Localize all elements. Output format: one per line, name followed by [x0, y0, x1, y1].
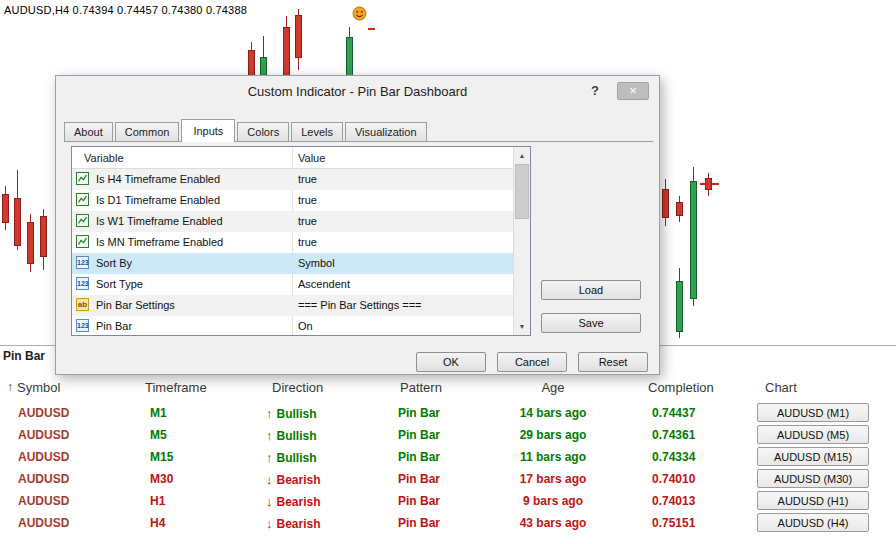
- direction-label: Bearish: [277, 495, 321, 509]
- tab-common[interactable]: Common: [115, 122, 180, 141]
- direction-arrow-icon: ↓: [266, 472, 273, 487]
- timeframe-cell: M5: [150, 428, 167, 442]
- direction-arrow-icon: ↑: [266, 450, 273, 465]
- indicator-dialog: Custom Indicator - Pin Bar Dashboard ? ×…: [55, 75, 660, 375]
- tab-inputs[interactable]: Inputs: [181, 119, 235, 142]
- open-chart-button[interactable]: AUDUSD (M15): [757, 447, 869, 466]
- symbol-cell: AUDUSD: [18, 494, 69, 508]
- chart-param-icon: [76, 172, 89, 185]
- completion-cell: 0.75151: [652, 516, 695, 530]
- input-row[interactable]: 123Sort TypeAscendent: [72, 274, 513, 295]
- open-chart-button[interactable]: AUDUSD (M1): [757, 403, 869, 422]
- help-button[interactable]: ?: [585, 83, 605, 98]
- candle-body: [676, 281, 683, 332]
- open-chart-button[interactable]: AUDUSD (H4): [757, 513, 869, 532]
- age-cell: 43 bars ago: [498, 516, 608, 530]
- tab-levels[interactable]: Levels: [291, 122, 343, 141]
- tab-about[interactable]: About: [64, 122, 113, 141]
- scrollbar[interactable]: ▲ ▼: [513, 147, 530, 335]
- pinbar-dashboard-panel: ↑ Symbol Timeframe Direction Pattern Age…: [0, 376, 896, 534]
- reset-button[interactable]: Reset: [578, 352, 648, 372]
- candle-body: [690, 181, 697, 299]
- variable-name: Is D1 Timeframe Enabled: [96, 194, 220, 206]
- direction-arrow-icon: ↑: [266, 406, 273, 421]
- age-cell: 9 bars ago: [498, 494, 608, 508]
- variable-value[interactable]: On: [298, 320, 313, 332]
- value-column-header: Value: [298, 152, 325, 164]
- dashboard-row: AUDUSDM30↓BearishPin Bar17 bars ago0.740…: [0, 468, 896, 490]
- input-row[interactable]: abPin Bar Settings=== Pin Bar Settings =…: [72, 295, 513, 316]
- variable-name: Pin Bar Settings: [96, 299, 175, 311]
- open-chart-button[interactable]: AUDUSD (H1): [757, 491, 869, 510]
- timeframe-cell: M30: [150, 472, 173, 486]
- input-row[interactable]: Is D1 Timeframe Enabledtrue: [72, 190, 513, 211]
- variable-value[interactable]: true: [298, 194, 317, 206]
- age-cell: 29 bars ago: [498, 428, 608, 442]
- candle-body: [260, 57, 267, 76]
- scrollbar-thumb[interactable]: [515, 164, 529, 219]
- direction-cell: ↓Bearish: [266, 516, 321, 531]
- open-chart-button[interactable]: AUDUSD (M30): [757, 469, 869, 488]
- text-param-icon: ab: [76, 298, 89, 311]
- completion-cell: 0.74361: [652, 428, 695, 442]
- dashboard-row: AUDUSDM1↑BullishPin Bar14 bars ago0.7443…: [0, 402, 896, 424]
- symbol-cell: AUDUSD: [18, 428, 69, 442]
- candle-body: [248, 50, 255, 76]
- scroll-down-icon[interactable]: ▼: [514, 318, 530, 335]
- load-button[interactable]: Load: [541, 280, 641, 300]
- dashboard-row: AUDUSDM5↑BullishPin Bar29 bars ago0.7436…: [0, 424, 896, 446]
- tab-visualization[interactable]: Visualization: [345, 122, 427, 141]
- column-header-timeframe[interactable]: Timeframe: [145, 380, 207, 395]
- open-chart-button[interactable]: AUDUSD (M5): [757, 425, 869, 444]
- candle-body: [2, 194, 9, 223]
- dialog-tabs: About Common Inputs Colors Levels Visual…: [64, 119, 653, 142]
- input-row[interactable]: 123Pin BarOn: [72, 316, 513, 336]
- input-row[interactable]: Is W1 Timeframe Enabledtrue: [72, 211, 513, 232]
- column-header-chart[interactable]: Chart: [765, 380, 797, 395]
- variable-name: Sort By: [96, 257, 132, 269]
- numeric-param-icon: 123: [76, 319, 89, 332]
- variable-value[interactable]: true: [298, 215, 317, 227]
- variable-value[interactable]: Ascendent: [298, 278, 350, 290]
- variable-value[interactable]: Symbol: [298, 257, 335, 269]
- cancel-button[interactable]: Cancel: [497, 352, 567, 372]
- variable-name: Is MN Timeframe Enabled: [96, 236, 223, 248]
- age-cell: 17 bars ago: [498, 472, 608, 486]
- input-row[interactable]: Is H4 Timeframe Enabledtrue: [72, 169, 513, 190]
- variable-value[interactable]: true: [298, 236, 317, 248]
- chart-param-icon: [76, 214, 89, 227]
- scroll-up-icon[interactable]: ▲: [514, 147, 530, 164]
- candle-body: [676, 202, 683, 216]
- pattern-cell: Pin Bar: [398, 472, 440, 486]
- sort-direction-icon[interactable]: ↑: [7, 380, 13, 394]
- direction-label: Bearish: [277, 473, 321, 487]
- column-header-pattern[interactable]: Pattern: [400, 380, 442, 395]
- candle-body: [27, 222, 34, 264]
- input-row[interactable]: 123Sort BySymbol: [72, 253, 513, 274]
- ok-button[interactable]: OK: [416, 352, 486, 372]
- smiley-marker-icon: [352, 6, 367, 21]
- pattern-cell: Pin Bar: [398, 494, 440, 508]
- close-icon[interactable]: ×: [617, 82, 649, 100]
- ohlc-quote-line: AUDUSD,H4 0.74394 0.74457 0.74380 0.7438…: [4, 4, 247, 16]
- dashboard-header-row: ↑ Symbol Timeframe Direction Pattern Age…: [0, 376, 896, 402]
- completion-cell: 0.74010: [652, 472, 695, 486]
- column-header-completion[interactable]: Completion: [648, 380, 714, 395]
- chart-marker: [368, 28, 375, 30]
- dashboard-row: AUDUSDH1↓BearishPin Bar9 bars ago0.74013…: [0, 490, 896, 512]
- pattern-cell: Pin Bar: [398, 406, 440, 420]
- candle-body: [283, 27, 290, 80]
- column-header-direction[interactable]: Direction: [272, 380, 323, 395]
- dialog-title: Custom Indicator - Pin Bar Dashboard: [56, 84, 659, 99]
- candle-body: [14, 198, 21, 246]
- save-button[interactable]: Save: [541, 313, 641, 333]
- numeric-param-icon: 123: [76, 256, 89, 269]
- variable-value[interactable]: true: [298, 173, 317, 185]
- tab-colors[interactable]: Colors: [237, 122, 289, 141]
- column-header-symbol[interactable]: Symbol: [17, 380, 60, 395]
- variable-value[interactable]: === Pin Bar Settings ===: [298, 299, 422, 311]
- completion-cell: 0.74013: [652, 494, 695, 508]
- column-header-age[interactable]: Age: [498, 380, 608, 395]
- direction-label: Bullish: [277, 429, 317, 443]
- input-row[interactable]: Is MN Timeframe Enabledtrue: [72, 232, 513, 253]
